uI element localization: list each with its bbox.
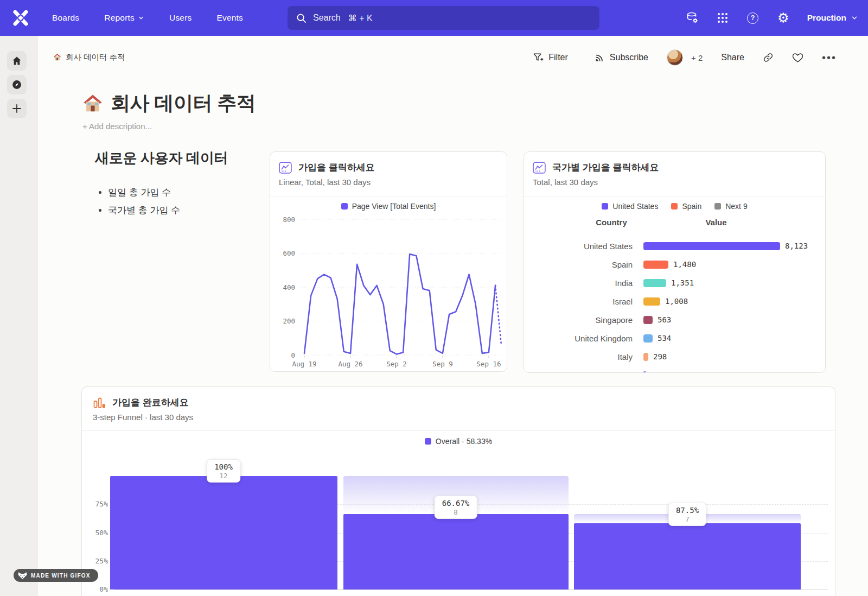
legend-item[interactable]: United States	[602, 202, 658, 211]
heart-icon	[792, 52, 803, 63]
compass-icon	[11, 79, 22, 90]
funnel-ytick: 0%	[82, 585, 108, 593]
nav-item-reports[interactable]: Reports	[104, 13, 144, 23]
country-bar[interactable]	[643, 261, 668, 269]
svg-text:Sep 9: Sep 9	[432, 360, 453, 368]
house-icon	[82, 93, 103, 114]
svg-text:Aug 19: Aug 19	[292, 360, 316, 368]
more-menu-button[interactable]: •••	[822, 52, 837, 64]
top-nav: BoardsReportsUsersEvents Search ⌘ + K ?	[0, 0, 868, 36]
nav-item-events[interactable]: Events	[216, 13, 243, 23]
data-management-icon[interactable]	[686, 11, 699, 24]
country-label: Spain	[524, 260, 633, 269]
legend-swatch	[602, 203, 608, 210]
funnel-bar[interactable]	[574, 523, 801, 589]
breadcrumb-label: 회사 데이터 추적	[66, 52, 125, 62]
country-bar[interactable]	[643, 316, 653, 324]
country-bar[interactable]	[643, 334, 653, 343]
chevron-down-icon	[138, 15, 144, 21]
country-row[interactable]	[524, 366, 825, 373]
svg-text:800: 800	[283, 215, 295, 224]
svg-text:Sep 2: Sep 2	[386, 360, 407, 368]
country-row[interactable]: United States8,123	[524, 237, 825, 255]
funnel-card[interactable]: 가입을 완료하세요 3-step Funnel · last 30 days O…	[81, 386, 835, 596]
intro-bullets: 일일 총 가입 수국가별 총 가입 수	[108, 186, 258, 217]
step-conversion-pct: 87.5%	[676, 506, 699, 515]
legend-item[interactable]: Next 9	[714, 202, 747, 211]
column-header-country: Country	[578, 218, 644, 227]
gifox-badge: MADE WITH GIFOX	[14, 569, 98, 582]
funnel-bar[interactable]	[343, 514, 569, 589]
collaborators[interactable]: + 2	[667, 49, 703, 66]
search-input[interactable]: Search ⌘ + K	[288, 6, 599, 30]
house-icon	[53, 53, 61, 61]
link-icon	[763, 52, 774, 63]
filter-button[interactable]: Filter	[533, 52, 568, 63]
country-bar-card[interactable]: 국가별 가입을 클릭하세요 Total, last 30 days United…	[524, 151, 826, 373]
step-count: 8	[442, 508, 470, 516]
country-bar[interactable]	[643, 353, 648, 361]
country-value: 534	[658, 334, 671, 343]
step-count: 12	[214, 472, 233, 480]
step-conversion-pct: 66.67%	[442, 499, 470, 508]
subscribe-button[interactable]: Subscribe	[594, 52, 648, 63]
favorite-button[interactable]	[792, 52, 803, 63]
home-button[interactable]	[7, 51, 27, 71]
fox-icon	[18, 572, 27, 580]
plus-icon	[12, 104, 22, 113]
country-bar[interactable]	[643, 371, 646, 373]
search-icon	[296, 13, 307, 23]
intro-bullet: 국가별 총 가입 수	[108, 204, 258, 217]
home-icon	[11, 55, 22, 66]
svg-text:600: 600	[283, 249, 295, 257]
apps-grid-icon[interactable]	[716, 11, 729, 24]
country-row[interactable]: Spain1,480	[524, 255, 825, 274]
ellipsis-icon: •••	[822, 52, 837, 64]
nav-item-boards[interactable]: Boards	[52, 13, 79, 23]
nav-menu: BoardsReportsUsersEvents	[52, 13, 243, 23]
rss-icon	[594, 52, 605, 63]
country-bar[interactable]	[643, 297, 660, 306]
avatar[interactable]	[667, 49, 683, 66]
country-row[interactable]: India1,351	[524, 274, 825, 292]
card-subtitle: 3-step Funnel · last 30 days	[93, 413, 193, 422]
country-row[interactable]: Israel1,008	[524, 292, 825, 310]
funnel-step-label: 66.67%8	[435, 496, 477, 519]
country-value: 1,008	[665, 297, 688, 306]
add-description[interactable]: + Add description...	[82, 122, 152, 131]
country-label: United States	[524, 242, 633, 251]
funnel-chart[interactable]: 0%25%50%75%100%1266.67%887.5%7	[82, 430, 835, 596]
funnel-ytick: 75%	[82, 500, 108, 508]
country-bar[interactable]	[643, 242, 780, 250]
country-bar[interactable]	[643, 279, 666, 287]
line-chart-card[interactable]: 가입을 클릭하세요 Linear, Total, last 30 days Pa…	[270, 151, 507, 372]
card-subtitle: Linear, Total, last 30 days	[279, 177, 371, 187]
country-value: 1,351	[671, 278, 694, 287]
country-row[interactable]: Italy298	[524, 347, 825, 366]
card-title: 가입을 클릭하세요	[298, 161, 375, 174]
intro-bullet: 일일 총 가입 수	[108, 186, 258, 199]
line-chart[interactable]: 0200400600800Aug 19Aug 26Sep 2Sep 9Sep 1…	[270, 206, 507, 369]
insight-line-icon	[533, 162, 546, 174]
share-button[interactable]: Share	[721, 53, 744, 62]
project-switcher[interactable]: Prouction	[807, 13, 858, 23]
funnel-bar[interactable]	[110, 476, 337, 589]
nav-item-users[interactable]: Users	[169, 13, 192, 23]
project-name: Prouction	[807, 13, 846, 23]
svg-text:400: 400	[283, 283, 295, 291]
svg-text:Sep 16: Sep 16	[476, 360, 501, 368]
help-icon[interactable]: ?	[746, 11, 760, 24]
settings-gear-icon[interactable]: ⚙	[777, 11, 790, 24]
country-row[interactable]: United Kingdom534	[524, 329, 825, 347]
legend-item[interactable]: Spain	[671, 202, 701, 211]
legend-swatch	[714, 203, 721, 210]
mixpanel-logo-icon[interactable]	[11, 8, 30, 28]
country-label: Israel	[524, 297, 633, 306]
add-board-button[interactable]	[7, 99, 27, 118]
card-title: 가입을 완료하세요	[112, 396, 189, 409]
step-conversion-pct: 100%	[214, 462, 233, 471]
discover-button[interactable]	[7, 75, 27, 94]
copy-link-button[interactable]	[763, 52, 774, 63]
breadcrumb[interactable]: 회사 데이터 추적	[53, 52, 125, 62]
country-row[interactable]: Singapore563	[524, 310, 825, 329]
